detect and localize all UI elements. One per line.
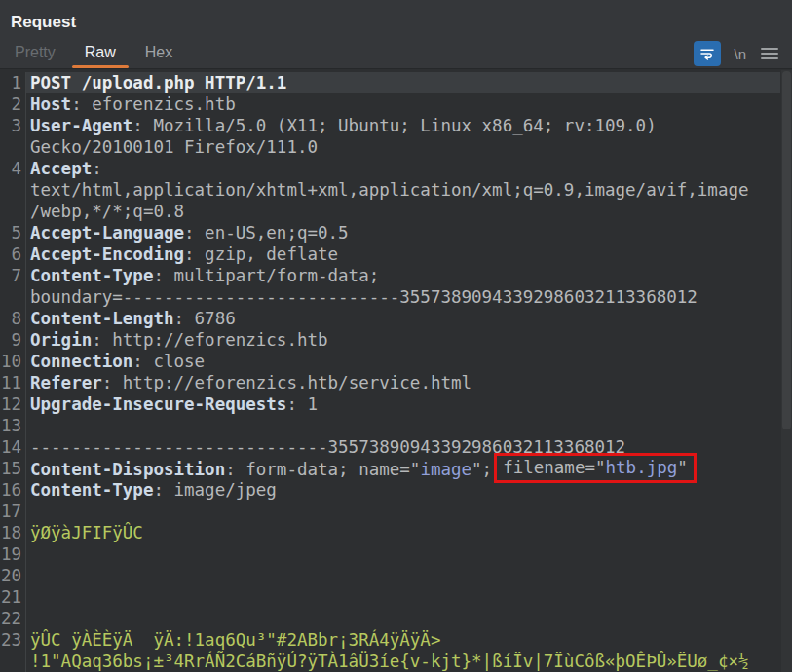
- tab-hex[interactable]: Hex: [131, 39, 187, 68]
- text-segment: text/html,application/xhtml+xml,applicat…: [30, 180, 749, 200]
- line-number: 9: [0, 329, 26, 351]
- line-content: Origin: http://eforenzics.htb: [26, 329, 780, 351]
- panel-header: Request Pretty Raw Hex \n: [0, 0, 792, 69]
- line-number: 4: [0, 158, 26, 179]
- line-number: 7: [0, 265, 26, 286]
- line-number: 8: [0, 308, 26, 329]
- line-number: 1: [0, 72, 26, 93]
- editor-toolbar: \n: [694, 41, 792, 66]
- text-segment: Upgrade-Insecure-Requests: [30, 394, 286, 414]
- text-segment: Content-Length: [30, 309, 174, 328]
- text-segment: Accept: [30, 159, 92, 178]
- editor-row: 17: [0, 501, 780, 522]
- text-segment: Accept-Encoding: [30, 244, 184, 264]
- line-number: 14: [0, 436, 26, 458]
- line-content: Gecko/20100101 Firefox/111.0: [26, 136, 780, 158]
- editor-row: 13: [0, 415, 780, 436]
- text-segment: : Mozilla/5.0 (X11; Ubuntu; Linux x86_64…: [132, 116, 656, 135]
- editor-row: 20: [0, 565, 780, 586]
- line-number: [0, 201, 26, 222]
- text-segment: htb.jpg: [606, 458, 678, 477]
- line-content: Content-Length: 6786: [26, 308, 780, 329]
- line-content: [26, 415, 780, 436]
- text-segment: : close: [132, 352, 205, 371]
- menu-button[interactable]: [759, 43, 780, 64]
- text-segment: POST /upload.php HTTP/1.1: [30, 73, 286, 93]
- text-segment: ÿÛC ÿÀÈÈÿÄ ÿÄ:!1aq6Qu³"#2ABbr¡3RÁ4ÿÄÿÄ>: [30, 630, 440, 650]
- line-number: 19: [0, 543, 26, 565]
- text-segment: Gecko/20100101 Firefox/111.0: [30, 137, 318, 157]
- editor-row: /webp,*/*;q=0.8: [0, 201, 780, 222]
- text-segment: !1"AQaq36bs¡±³4RrÁÑ2CáBñÿÚ?ÿTÀ1âÜ3íe{v-k…: [30, 652, 749, 671]
- text-segment: Origin: [30, 330, 92, 350]
- line-content: [26, 586, 780, 608]
- scrollbar[interactable]: [781, 70, 792, 672]
- editor-row: 21: [0, 586, 780, 608]
- text-segment: Connection: [30, 352, 132, 371]
- hamburger-icon: [761, 47, 778, 60]
- text-segment: Accept-Language: [30, 223, 184, 243]
- text-segment: : eforenzics.htb: [71, 94, 236, 114]
- line-number: 22: [0, 608, 26, 629]
- tab-pretty[interactable]: Pretty: [0, 39, 70, 68]
- text-segment: : en-US,en;q=0.5: [184, 223, 349, 243]
- text-segment: :: [92, 159, 102, 178]
- text-segment: : gzip, deflate: [184, 244, 338, 264]
- editor-row: 10Connection: close: [0, 351, 780, 372]
- line-content: Host: eforenzics.htb: [26, 93, 780, 115]
- line-content: Upgrade-Insecure-Requests: 1: [26, 393, 780, 415]
- editor-row: 5Accept-Language: en-US,en;q=0.5: [0, 222, 780, 243]
- line-content: [26, 565, 780, 586]
- scrollbar-thumb[interactable]: [782, 71, 791, 429]
- text-segment: Content-Type: [30, 266, 153, 285]
- text-segment: ";: [471, 460, 492, 479]
- text-segment: ÿØÿàJFIFÿÛC: [30, 523, 143, 542]
- line-number: [0, 286, 26, 308]
- line-content: User-Agent: Mozilla/5.0 (X11; Ubuntu; Li…: [26, 115, 780, 136]
- line-number: 21: [0, 586, 26, 608]
- editor-row: 6Accept-Encoding: gzip, deflate: [0, 243, 780, 265]
- line-number: 18: [0, 522, 26, 543]
- line-number: [0, 136, 26, 158]
- line-content: [26, 608, 780, 629]
- editor-row: 19: [0, 543, 780, 565]
- line-content: Referer: http://eforenzics.htb/service.h…: [26, 372, 780, 393]
- newline-toggle[interactable]: \n: [731, 46, 749, 62]
- text-segment: : multipart/form-data;: [153, 266, 379, 285]
- editor-row: 3User-Agent: Mozilla/5.0 (X11; Ubuntu; L…: [0, 115, 780, 136]
- editor-row: 7Content-Type: multipart/form-data;: [0, 265, 780, 286]
- highlight-box: filename="htb.jpg": [494, 453, 697, 483]
- editor-row: 9Origin: http://eforenzics.htb: [0, 329, 780, 351]
- editor-row: 18ÿØÿàJFIFÿÛC: [0, 522, 780, 543]
- text-segment: ": [677, 458, 688, 477]
- word-wrap-button[interactable]: [694, 41, 721, 66]
- line-content: Content-Disposition: form-data; name="im…: [26, 458, 780, 479]
- word-wrap-icon: [698, 45, 716, 62]
- text-segment: ": [595, 458, 606, 477]
- line-content: Accept-Encoding: gzip, deflate: [26, 243, 780, 265]
- line-content: [26, 543, 780, 565]
- request-editor[interactable]: 1POST /upload.php HTTP/1.12Host: eforenz…: [0, 70, 792, 672]
- text-segment: Content-Type: [30, 480, 153, 500]
- line-content: ÿÛC ÿÀÈÈÿÄ ÿÄ:!1aq6Qu³"#2ABbr¡3RÁ4ÿÄÿÄ>: [26, 629, 780, 651]
- line-content: POST /upload.php HTTP/1.1: [26, 72, 780, 93]
- line-number: 6: [0, 243, 26, 265]
- editor-row: 4Accept:: [0, 158, 780, 179]
- editor-row: Gecko/20100101 Firefox/111.0: [0, 136, 780, 158]
- editor-row: 1POST /upload.php HTTP/1.1: [0, 72, 780, 93]
- line-content: [26, 501, 780, 522]
- tab-raw[interactable]: Raw: [70, 39, 131, 68]
- line-content: !1"AQaq36bs¡±³4RrÁÑ2CáBñÿÚ?ÿTÀ1âÜ3íe{v-k…: [26, 651, 780, 672]
- text-segment: image: [420, 460, 471, 479]
- line-number: 23: [0, 629, 26, 651]
- line-number: 15: [0, 458, 26, 479]
- line-content: ÿØÿàJFIFÿÛC: [26, 522, 780, 543]
- text-segment: : http://eforenzics.htb/service.html: [102, 373, 471, 392]
- panel-title: Request: [0, 0, 792, 32]
- line-number: 16: [0, 479, 26, 501]
- line-number: 5: [0, 222, 26, 243]
- editor-row: 2Host: eforenzics.htb: [0, 93, 780, 115]
- editor-row: 15Content-Disposition: form-data; name="…: [0, 458, 780, 479]
- line-content: boundary=---------------------------3557…: [26, 286, 780, 308]
- editor-row: 12Upgrade-Insecure-Requests: 1: [0, 393, 780, 415]
